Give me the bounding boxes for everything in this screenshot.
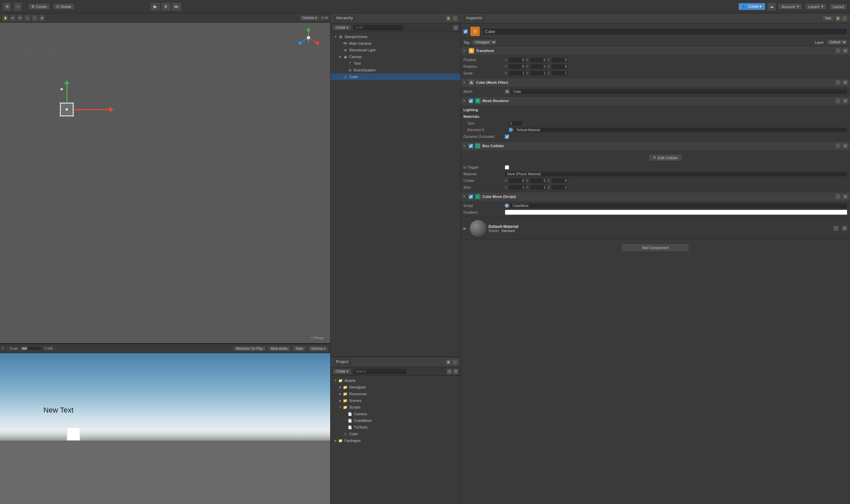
rect-tool[interactable]: □ bbox=[31, 15, 38, 21]
stats-button[interactable]: Stats bbox=[292, 346, 306, 352]
size-input[interactable] bbox=[509, 121, 522, 126]
is-trigger-checkbox[interactable] bbox=[505, 165, 509, 169]
cube-move-menu-button[interactable]: ⋮ bbox=[835, 194, 840, 199]
hierarchy-item-text[interactable]: T Text bbox=[330, 60, 460, 67]
project-item-assets[interactable]: ▼ 📁 Assets bbox=[330, 377, 460, 384]
project-search-input[interactable] bbox=[353, 368, 406, 375]
pos-x-input[interactable] bbox=[509, 57, 525, 62]
size-x-input[interactable] bbox=[509, 185, 525, 190]
layer-dropdown[interactable]: Default bbox=[827, 39, 847, 45]
mesh-filter-header[interactable]: ▼ Cube (Mesh Filter) ⋮ ⚙ bbox=[461, 78, 850, 87]
layout-button[interactable]: Layout bbox=[829, 3, 847, 10]
mesh-filter-menu-button[interactable]: ⋮ bbox=[835, 80, 840, 85]
mesh-renderer-header[interactable]: ▼ Mesh Renderer ⋮ ⚙ bbox=[461, 96, 850, 105]
cube-move-settings-button[interactable]: ⚙ bbox=[843, 194, 848, 199]
rot-y-input[interactable] bbox=[530, 64, 547, 69]
edit-collider-button[interactable]: ✎ Edit Collider bbox=[649, 154, 682, 161]
global-button[interactable]: ⊙ Global bbox=[52, 3, 75, 10]
tab-project[interactable]: Project bbox=[333, 359, 351, 365]
dynamic-occluded-checkbox[interactable] bbox=[505, 134, 509, 139]
hierarchy-item-eventsystem[interactable]: ⚙ EventSystem bbox=[330, 67, 460, 73]
scl-y-input[interactable] bbox=[530, 71, 547, 76]
tag-dropdown[interactable]: Untagged bbox=[472, 39, 497, 45]
material-menu-button[interactable]: ⋮ bbox=[833, 226, 839, 231]
account-button[interactable]: Account ▾ bbox=[778, 3, 802, 10]
rotate-tool[interactable]: ↻ bbox=[17, 15, 23, 21]
scale-tool[interactable]: ⤡ bbox=[24, 15, 31, 21]
mute-audio-button[interactable]: Mute Audio bbox=[268, 346, 290, 352]
project-icon-1[interactable]: ⊡ bbox=[447, 369, 452, 374]
tab-inspector[interactable]: Inspector bbox=[464, 15, 485, 21]
mesh-renderer-menu-button[interactable]: ⋮ bbox=[835, 98, 840, 104]
step-button[interactable]: ⏭ bbox=[171, 2, 182, 11]
hierarchy-item-canvas[interactable]: ▶ ▣ Canvas bbox=[330, 53, 460, 60]
box-collider-header[interactable]: ▼ Box Collider ⋮ ⚙ bbox=[461, 142, 850, 150]
toolbar-icon-1[interactable]: ⊞ bbox=[3, 2, 11, 11]
object-name-input[interactable] bbox=[483, 28, 847, 35]
move-tool[interactable]: ✛ bbox=[10, 15, 16, 21]
gradient-field[interactable] bbox=[505, 210, 847, 215]
center-z-input[interactable] bbox=[551, 178, 568, 183]
cloud-button[interactable]: ☁ bbox=[767, 2, 776, 11]
hand-tool[interactable]: ✋ bbox=[2, 15, 9, 21]
hierarchy-item-maincamera[interactable]: 📷 Main Camera bbox=[330, 40, 460, 47]
center-x-input[interactable] bbox=[509, 178, 525, 183]
project-item-cube-prefab[interactable]: ⬡ Cube bbox=[330, 431, 460, 437]
cube-move-checkbox[interactable] bbox=[469, 195, 473, 199]
hierarchy-item-directionallight[interactable]: ☀ Directional Light bbox=[330, 47, 460, 53]
layers-button[interactable]: Layers ▾ bbox=[804, 3, 827, 10]
project-create-button[interactable]: Create ▾ bbox=[332, 368, 351, 374]
hierarchy-item-samplescene[interactable]: ▼ ⊞ SampleScene bbox=[330, 33, 460, 40]
pos-z-input[interactable] bbox=[551, 57, 568, 62]
hierarchy-lock-icon[interactable]: 🔒 bbox=[446, 16, 451, 21]
project-item-camera-script[interactable]: 📄 Camera bbox=[330, 411, 460, 417]
scl-z-input[interactable] bbox=[551, 71, 568, 76]
project-item-scenes[interactable]: ▶ 📁 Scenes bbox=[330, 397, 460, 404]
project-icon-2[interactable]: ☰ bbox=[453, 369, 458, 374]
project-item-scripts[interactable]: ▼ 📁 Scripts bbox=[330, 404, 460, 411]
hierarchy-item-cube[interactable]: ⬡ Cube bbox=[330, 73, 460, 80]
mesh-renderer-settings-button[interactable]: ⚙ bbox=[843, 98, 848, 104]
hierarchy-create-button[interactable]: Create ▾ bbox=[332, 25, 351, 30]
rot-z-input[interactable] bbox=[551, 64, 568, 69]
rot-x-input[interactable] bbox=[509, 64, 525, 69]
project-item-resources[interactable]: ▶ 📁 Resources bbox=[330, 391, 460, 397]
project-item-txttest1-script[interactable]: 📄 TxtTest1 bbox=[330, 424, 460, 431]
scene-canvas[interactable]: ✦ Y bbox=[0, 23, 330, 343]
inspector-lock-icon[interactable]: 🔒 bbox=[835, 16, 840, 21]
game-gizmos-button[interactable]: Gizmos ▾ bbox=[308, 346, 328, 352]
transform-header[interactable]: ▼ Transform ⋮ ⚙ bbox=[461, 47, 850, 55]
mesh-renderer-checkbox[interactable] bbox=[469, 99, 473, 103]
inspector-menu-icon[interactable]: ⋮ bbox=[842, 16, 847, 21]
pause-button[interactable]: ⏸ bbox=[161, 2, 171, 11]
project-lock-icon[interactable]: 🔒 bbox=[446, 359, 451, 365]
maximize-play-button[interactable]: Maximize On Play bbox=[233, 346, 266, 352]
hierarchy-search-input[interactable] bbox=[353, 25, 403, 31]
hierarchy-menu-icon[interactable]: ⋮ bbox=[452, 16, 458, 21]
add-component-button[interactable]: Add Component bbox=[622, 244, 689, 252]
project-item-cubemove-script[interactable]: 📄 CubeMove bbox=[330, 417, 460, 424]
size-z-input[interactable] bbox=[551, 185, 568, 190]
transform-menu-button[interactable]: ⋮ bbox=[835, 48, 840, 53]
transform-settings-button[interactable]: ⚙ bbox=[843, 48, 848, 53]
toolbar-icon-2[interactable]: ⊹ bbox=[13, 2, 22, 11]
cube-move-header[interactable]: ▼ # Cube Move (Script) ⋮ ⚙ bbox=[461, 192, 850, 201]
size-y-input[interactable] bbox=[530, 185, 547, 190]
project-item-packages[interactable]: ▶ 📁 Packages bbox=[330, 437, 460, 444]
mesh-filter-settings-button[interactable]: ⚙ bbox=[843, 80, 848, 85]
hierarchy-expand-icon[interactable]: ⊡ bbox=[453, 25, 458, 30]
play-button[interactable]: ▶ bbox=[150, 2, 160, 11]
pos-y-input[interactable] bbox=[530, 57, 547, 62]
gizmos-dropdown[interactable]: Gizmos ▾ bbox=[300, 15, 320, 21]
material-settings-button[interactable]: ⚙ bbox=[842, 226, 847, 231]
material-expand-arrow[interactable]: ▶ bbox=[464, 226, 466, 231]
tab-hierarchy[interactable]: Hierarchy bbox=[333, 15, 356, 21]
combined-tool[interactable]: ⊞ bbox=[39, 15, 46, 21]
stat-button[interactable]: Stat bbox=[822, 15, 834, 21]
project-item-demigiant[interactable]: ▶ 📁 Demigiant bbox=[330, 384, 460, 391]
gizmo-widget[interactable]: Y bbox=[297, 26, 320, 49]
scene-cube-object[interactable] bbox=[60, 103, 73, 116]
object-active-checkbox[interactable] bbox=[464, 29, 468, 34]
center-button[interactable]: ⊕ Center bbox=[28, 3, 50, 10]
box-collider-settings-button[interactable]: ⚙ bbox=[843, 143, 848, 148]
